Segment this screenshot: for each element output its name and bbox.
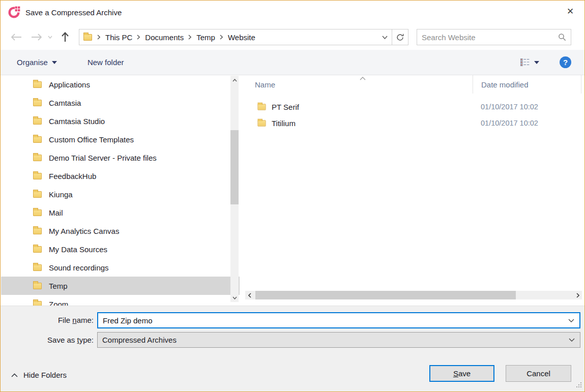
cancel-label: Cancel [526, 369, 550, 378]
search-input[interactable] [422, 33, 558, 42]
organise-label: Organise [17, 58, 48, 67]
navigation-bar: This PC Documents Temp Website [1, 24, 584, 50]
address-bar[interactable]: This PC Documents Temp Website [79, 29, 408, 45]
folder-label: Temp [49, 282, 68, 290]
recent-locations-chevron-icon[interactable] [45, 29, 54, 45]
scroll-left-icon[interactable] [245, 291, 254, 299]
folder-tree-pane: Applications Camtasia Camtasia Studio Cu… [1, 75, 240, 306]
folder-icon [33, 173, 42, 179]
folder-icon [33, 100, 42, 106]
file-row-titilium[interactable]: Titilium 01/10/2017 10:02 [245, 115, 582, 131]
sidebar-item-temp-selected[interactable]: Temp [1, 277, 240, 295]
scrollbar-thumb[interactable] [255, 291, 516, 299]
scroll-down-icon[interactable] [230, 293, 239, 302]
save-button[interactable]: Save [429, 365, 494, 382]
save-as-type-value: Compressed Archives [102, 336, 564, 344]
resize-grip-icon[interactable] [575, 381, 582, 390]
search-box [417, 29, 571, 45]
file-name-dropdown-chevron-icon[interactable] [563, 313, 579, 327]
organise-button[interactable]: Organise [17, 58, 57, 67]
chevron-down-icon [52, 61, 57, 64]
folder-icon [33, 209, 42, 216]
folder-label: Applications [49, 80, 90, 89]
date-column-label: Date modified [481, 80, 529, 89]
folder-icon [33, 118, 42, 125]
close-icon[interactable]: ✕ [559, 3, 581, 20]
sidebar-item-sound-recordings[interactable]: Sound recordings [1, 258, 240, 277]
scroll-right-icon[interactable] [573, 291, 582, 299]
folder-label: Sound recordings [49, 263, 109, 272]
file-name-input[interactable] [98, 316, 563, 325]
sidebar-item-feedbackhub[interactable]: FeedbackHub [1, 167, 240, 185]
sidebar-item-camtasia[interactable]: Camtasia [1, 94, 240, 112]
hide-folders-button[interactable]: Hide Folders [11, 371, 67, 379]
address-dropdown-chevron-icon[interactable] [377, 29, 392, 45]
file-list-pane: Name Date modified PT Serif 01/10/2017 1… [245, 75, 582, 306]
file-list-horizontal-scrollbar[interactable] [245, 291, 582, 299]
sidebar-item-custom-office-templates[interactable]: Custom Office Templates [1, 130, 240, 148]
sidebar-item-applications[interactable]: Applications [1, 75, 240, 94]
folder-label: Mail [49, 208, 63, 217]
file-rows: PT Serif 01/10/2017 10:02 Titilium 01/10… [245, 99, 582, 131]
breadcrumb-website[interactable]: Website [225, 29, 258, 45]
scroll-up-icon[interactable] [230, 76, 239, 84]
folder-icon [33, 264, 42, 271]
back-icon[interactable] [9, 29, 24, 45]
up-icon[interactable] [57, 29, 73, 45]
save-as-type-chevron-icon[interactable] [564, 333, 580, 347]
change-view-button[interactable] [520, 58, 539, 66]
sidebar-item-zoom[interactable]: Zoom [1, 295, 240, 306]
sort-ascending-icon[interactable] [360, 73, 366, 82]
command-toolbar: Organise New folder [1, 50, 584, 75]
breadcrumb-documents[interactable]: Documents [142, 29, 186, 45]
breadcrumb-chevron-icon [186, 35, 194, 40]
breadcrumb-chevron-icon [135, 35, 142, 40]
folder-label: Kiunga [49, 190, 73, 199]
refresh-icon[interactable] [392, 29, 408, 45]
dialog-footer-panel: File name: Save as type: Compressed Arch… [1, 306, 584, 391]
scrollbar-thumb[interactable] [230, 130, 239, 204]
search-icon[interactable] [558, 33, 566, 41]
folder-icon [33, 246, 42, 253]
folder-icon [257, 104, 266, 110]
folder-icon [33, 283, 42, 289]
column-header-name[interactable]: Name [245, 75, 473, 94]
breadcrumb-temp[interactable]: Temp [194, 29, 218, 45]
file-name-field [97, 312, 580, 328]
file-name: Titilium [272, 119, 296, 128]
file-name: PT Serif [272, 103, 299, 111]
folder-icon [33, 191, 42, 198]
save-as-type-label: Save as type: [1, 336, 94, 344]
address-folder-icon [83, 34, 92, 41]
folder-icon [257, 120, 266, 126]
file-row-pt-serif[interactable]: PT Serif 01/10/2017 10:02 [245, 99, 582, 115]
save-dialog-window: Save a Compressed Archive ✕ This PC Docu… [0, 0, 585, 392]
sidebar-item-my-data-sources[interactable]: My Data Sources [1, 240, 240, 258]
folder-icon [33, 136, 42, 143]
column-header-date-modified[interactable]: Date modified [473, 75, 581, 94]
save-as-type-select[interactable]: Compressed Archives [97, 332, 580, 348]
chevron-down-icon [534, 61, 539, 64]
sidebar-item-mail[interactable]: Mail [1, 203, 240, 222]
file-name-label: File name: [1, 316, 94, 324]
tree-vertical-scrollbar[interactable] [230, 76, 239, 302]
forward-icon[interactable] [29, 29, 44, 45]
cancel-button[interactable]: Cancel [506, 365, 571, 382]
new-folder-button[interactable]: New folder [87, 58, 124, 67]
folder-label: Camtasia Studio [49, 117, 105, 126]
folder-icon [33, 155, 42, 161]
folder-icon [33, 81, 42, 88]
name-column-label: Name [255, 80, 275, 89]
sidebar-item-camtasia-studio[interactable]: Camtasia Studio [1, 112, 240, 130]
breadcrumb-chevron-icon [95, 35, 103, 40]
folder-label: Camtasia [49, 99, 81, 107]
details-view-icon [520, 58, 530, 66]
sidebar-item-kiunga[interactable]: Kiunga [1, 185, 240, 203]
title-bar: Save a Compressed Archive ✕ [1, 1, 584, 24]
breadcrumb-this-pc[interactable]: This PC [103, 29, 135, 45]
folder-label: Demo Trial Server - Private files [49, 154, 157, 162]
new-folder-label: New folder [87, 58, 124, 67]
sidebar-item-my-analytics-canvas[interactable]: My Analytics Canvas [1, 222, 240, 240]
help-icon[interactable]: ? [560, 56, 571, 68]
sidebar-item-demo-trial-server[interactable]: Demo Trial Server - Private files [1, 148, 240, 167]
